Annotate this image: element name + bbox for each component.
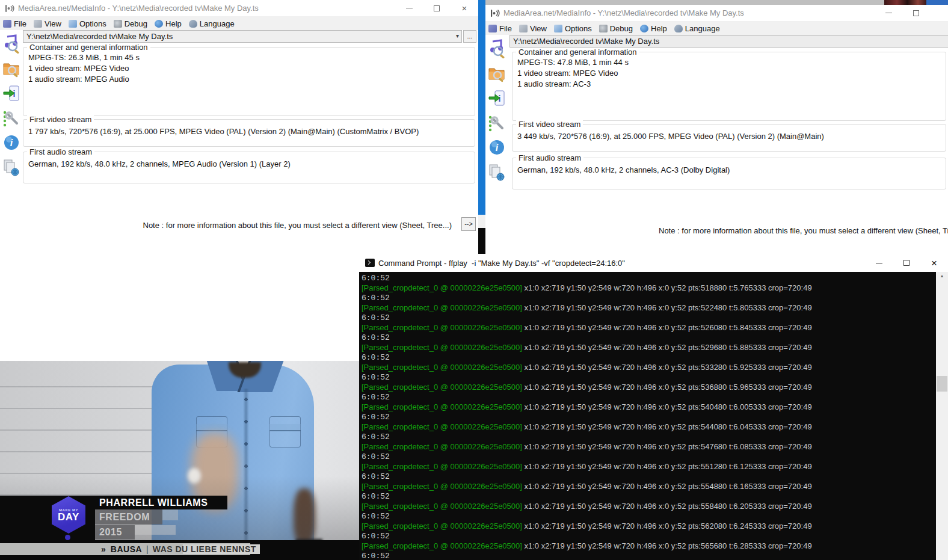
overlay-chip xyxy=(135,525,176,535)
console-line: 6:0:52 xyxy=(362,532,936,541)
menu-options[interactable]: Options xyxy=(552,23,597,34)
mediainfo-window-right: MediaArea.net/MediaInfo - Y:\netz\Media\… xyxy=(485,5,948,259)
export-info-icon[interactable]: i xyxy=(1,82,22,105)
open-file-icon[interactable] xyxy=(1,32,22,55)
window-border-segment xyxy=(478,215,485,228)
overlay-year: 2015 xyxy=(95,525,135,540)
menu-help[interactable]: Help xyxy=(638,23,673,34)
mediainfo-app-icon xyxy=(5,4,14,13)
console-line: 6:0:52 xyxy=(362,472,936,482)
minimize-button[interactable] xyxy=(865,254,893,272)
console-line: 6:0:52 xyxy=(362,552,936,560)
language-menu-icon xyxy=(674,25,683,32)
group-first-audio: First audio stream German, 192 kb/s, 48.… xyxy=(23,152,475,183)
console-line: [Parsed_cropdetect_0 @ 00000226e25e0500]… xyxy=(362,522,936,532)
console-line: 6:0:52 xyxy=(362,313,936,323)
preferences-icon[interactable] xyxy=(487,111,507,134)
file-path-combobox[interactable]: Y:\netz\Media\recorded tv\Make My Day.ts xyxy=(509,35,948,48)
console-line: 6:0:52 xyxy=(362,333,936,343)
window-title: MediaArea.net/MediaInfo - Y:\netz\Media\… xyxy=(18,4,259,13)
close-button[interactable]: × xyxy=(451,0,478,16)
minimize-button[interactable] xyxy=(395,0,423,16)
export-info-icon[interactable]: i xyxy=(487,87,507,109)
logo-dot xyxy=(65,535,70,540)
minimize-icon xyxy=(406,8,413,8)
different-view-button[interactable]: --> xyxy=(461,217,476,231)
console-line: 6:0:52 xyxy=(362,512,936,522)
title-bar[interactable]: MediaArea.net/MediaInfo - Y:\netz\Media\… xyxy=(485,5,948,22)
help-menu-icon xyxy=(640,25,648,32)
menu-options[interactable]: Options xyxy=(67,18,112,29)
console-line: 6:0:52 xyxy=(362,432,936,442)
menu-help[interactable]: Help xyxy=(153,18,187,29)
file-path-combobox[interactable]: Y:\netz\Media\recorded tv\Make My Day.ts… xyxy=(23,30,462,43)
mediainfo-app-icon xyxy=(490,9,500,17)
note-text: Note : for more information about this f… xyxy=(659,226,948,235)
ffplay-video-window[interactable]: MAKE MY DAY PHARRELL WILLIAMS FREEDOM 20… xyxy=(0,361,359,560)
website-icon[interactable] xyxy=(487,161,507,183)
open-file-icon[interactable] xyxy=(487,37,507,60)
title-bar[interactable]: MediaArea.net/MediaInfo - Y:\netz\Media\… xyxy=(0,0,478,17)
group-first-video: First video stream 3 449 kb/s, 720*576 (… xyxy=(512,124,946,152)
console-line: 6:0:52 xyxy=(362,353,936,363)
console-line: 6:0:52 xyxy=(362,413,936,422)
console-scrollbar[interactable]: ▲ xyxy=(936,272,948,560)
menu-view[interactable]: View xyxy=(517,23,552,34)
svg-text:i: i xyxy=(496,143,499,153)
menu-debug[interactable]: Debug xyxy=(597,23,638,34)
command-prompt-window: Command Prompt - ffplay -i "Make My Day.… xyxy=(359,254,948,560)
close-button[interactable]: × xyxy=(920,254,948,272)
preferences-icon[interactable] xyxy=(1,106,22,129)
debug-menu-icon xyxy=(114,20,122,28)
group-container-general: Container and general information MPEG-T… xyxy=(512,52,946,121)
about-icon[interactable]: i xyxy=(1,131,22,154)
console-line: [Parsed_cropdetect_0 @ 00000226e25e0500]… xyxy=(362,323,936,333)
help-menu-icon xyxy=(155,20,163,28)
menu-bar: File View Options Debug Help Language xyxy=(485,22,948,35)
menu-language[interactable]: Language xyxy=(673,23,725,34)
scroll-up-icon[interactable]: ▲ xyxy=(936,274,948,278)
menu-language[interactable]: Language xyxy=(187,18,240,29)
menu-file[interactable]: File xyxy=(1,18,32,29)
overlay-artist: PHARRELL WILLIAMS xyxy=(95,496,227,509)
window-border-segment-dark xyxy=(478,228,485,254)
close-icon: × xyxy=(931,258,937,268)
about-icon[interactable]: i xyxy=(487,136,507,159)
options-menu-icon xyxy=(554,25,562,32)
browse-button[interactable]: ... xyxy=(463,30,476,43)
console-line: [Parsed_cropdetect_0 @ 00000226e25e0500]… xyxy=(362,462,936,472)
menu-file[interactable]: File xyxy=(487,23,517,34)
console-line: 6:0:52 xyxy=(362,274,936,283)
minimize-button[interactable] xyxy=(875,5,902,21)
console-line: [Parsed_cropdetect_0 @ 00000226e25e0500]… xyxy=(362,383,936,393)
maximize-icon xyxy=(913,10,919,16)
console-output: 6:0:52[Parsed_cropdetect_0 @ 00000226e25… xyxy=(359,272,936,560)
console-line: [Parsed_cropdetect_0 @ 00000226e25e0500]… xyxy=(362,303,936,313)
chevron-down-icon[interactable]: ▾ xyxy=(456,32,459,39)
file-path-value: Y:\netz\Media\recorded tv\Make My Day.ts xyxy=(26,32,173,41)
console-line: [Parsed_cropdetect_0 @ 00000226e25e0500]… xyxy=(362,442,936,452)
group-first-video: First video stream 1 797 kb/s, 720*576 (… xyxy=(23,119,475,147)
open-folder-icon[interactable] xyxy=(1,57,22,80)
website-icon[interactable] xyxy=(1,156,22,179)
menu-debug[interactable]: Debug xyxy=(112,18,153,29)
maximize-button[interactable] xyxy=(902,5,930,21)
maximize-button[interactable] xyxy=(423,0,451,16)
ticker-artist: BAUSA xyxy=(111,544,142,554)
scrollbar-thumb[interactable] xyxy=(937,376,947,392)
console-line: [Parsed_cropdetect_0 @ 00000226e25e0500]… xyxy=(362,402,936,413)
title-bar[interactable]: Command Prompt - ffplay -i "Make My Day.… xyxy=(359,254,948,272)
ticker-song-title: WAS DU LIEBE NENNST xyxy=(153,544,260,554)
file-path-value: Y:\netz\Media\recorded tv\Make My Day.ts xyxy=(513,37,659,46)
menu-view[interactable]: View xyxy=(32,18,67,29)
view-menu-icon xyxy=(519,25,528,32)
maximize-button[interactable] xyxy=(893,254,920,272)
address-row: Y:\netz\Media\recorded tv\Make My Day.ts… xyxy=(23,30,478,43)
address-row: Y:\netz\Media\recorded tv\Make My Day.ts xyxy=(509,35,948,48)
view-menu-icon xyxy=(34,20,42,28)
open-folder-icon[interactable] xyxy=(487,62,507,85)
console-line: 6:0:52 xyxy=(362,492,936,502)
maximize-icon xyxy=(903,260,910,266)
minimize-icon xyxy=(876,263,882,263)
console-line: 6:0:52 xyxy=(362,373,936,383)
